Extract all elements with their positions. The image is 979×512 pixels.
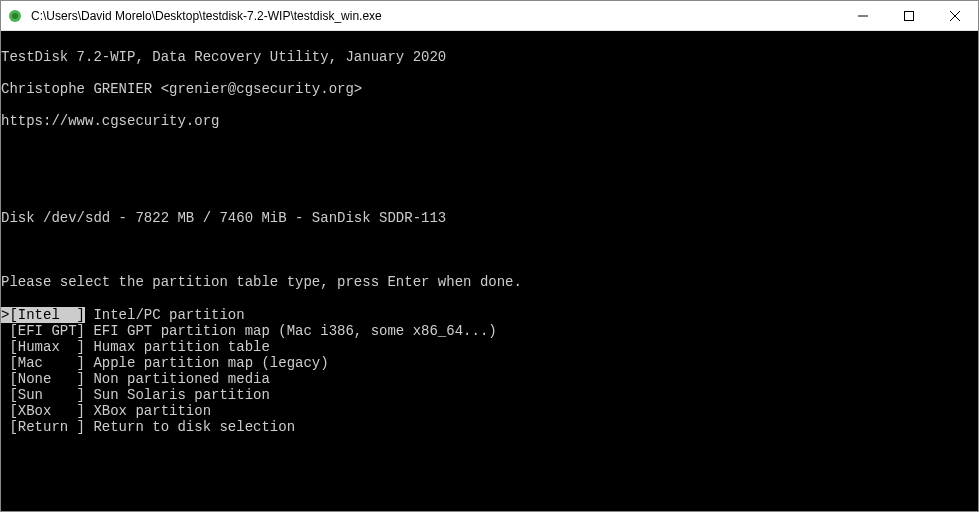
app-window: C:\Users\David Morelo\Desktop\testdisk-7…: [0, 0, 979, 512]
option-bracket: [None ]: [1, 371, 85, 387]
option-bracket: [Sun ]: [1, 387, 85, 403]
option-label: Humax partition table: [85, 339, 270, 355]
minimize-icon: [858, 11, 868, 21]
partition-option[interactable]: [None ] Non partitioned media: [1, 371, 978, 387]
option-label: Non partitioned media: [85, 371, 270, 387]
svg-rect-3: [905, 11, 914, 20]
console-area[interactable]: TestDisk 7.2-WIP, Data Recovery Utility,…: [1, 31, 978, 511]
partition-option[interactable]: [Return ] Return to disk selection: [1, 419, 978, 435]
option-bracket: [Mac ]: [1, 355, 85, 371]
option-bracket: [XBox ]: [1, 403, 85, 419]
blank-line: [1, 242, 978, 258]
blank-line: [1, 451, 978, 467]
option-label: XBox partition: [85, 403, 211, 419]
svg-point-1: [12, 13, 18, 19]
option-bracket: [EFI GPT]: [1, 323, 85, 339]
option-label: Return to disk selection: [85, 419, 295, 435]
option-label: Sun Solaris partition: [85, 387, 270, 403]
header-line1: TestDisk 7.2-WIP, Data Recovery Utility,…: [1, 49, 978, 65]
maximize-icon: [904, 11, 914, 21]
window-title: C:\Users\David Morelo\Desktop\testdisk-7…: [29, 9, 840, 23]
option-bracket: [Return ]: [1, 419, 85, 435]
partition-option[interactable]: >[Intel ] Intel/PC partition: [1, 307, 978, 323]
blank-line: [1, 146, 978, 162]
prompt-text: Please select the partition table type, …: [1, 274, 978, 290]
close-button[interactable]: [932, 1, 978, 30]
minimize-button[interactable]: [840, 1, 886, 30]
option-label: Apple partition map (legacy): [85, 355, 329, 371]
disk-info: Disk /dev/sdd - 7822 MB / 7460 MiB - San…: [1, 210, 978, 226]
options-list: >[Intel ] Intel/PC partition [EFI GPT] E…: [1, 307, 978, 436]
partition-option[interactable]: [Humax ] Humax partition table: [1, 339, 978, 355]
window-controls: [840, 1, 978, 30]
maximize-button[interactable]: [886, 1, 932, 30]
partition-option[interactable]: [XBox ] XBox partition: [1, 403, 978, 419]
header-line3: https://www.cgsecurity.org: [1, 113, 978, 129]
partition-option[interactable]: [Sun ] Sun Solaris partition: [1, 387, 978, 403]
option-bracket: >[Intel ]: [1, 307, 85, 323]
app-icon: [7, 8, 23, 24]
header-line2: Christophe GRENIER <grenier@cgsecurity.o…: [1, 81, 978, 97]
titlebar: C:\Users\David Morelo\Desktop\testdisk-7…: [1, 1, 978, 31]
blank-line: [1, 484, 978, 500]
close-icon: [950, 11, 960, 21]
option-label: EFI GPT partition map (Mac i386, some x8…: [85, 323, 497, 339]
blank-line: [1, 178, 978, 194]
partition-option[interactable]: [EFI GPT] EFI GPT partition map (Mac i38…: [1, 323, 978, 339]
option-label: Intel/PC partition: [85, 307, 245, 323]
option-bracket: [Humax ]: [1, 339, 85, 355]
partition-option[interactable]: [Mac ] Apple partition map (legacy): [1, 355, 978, 371]
